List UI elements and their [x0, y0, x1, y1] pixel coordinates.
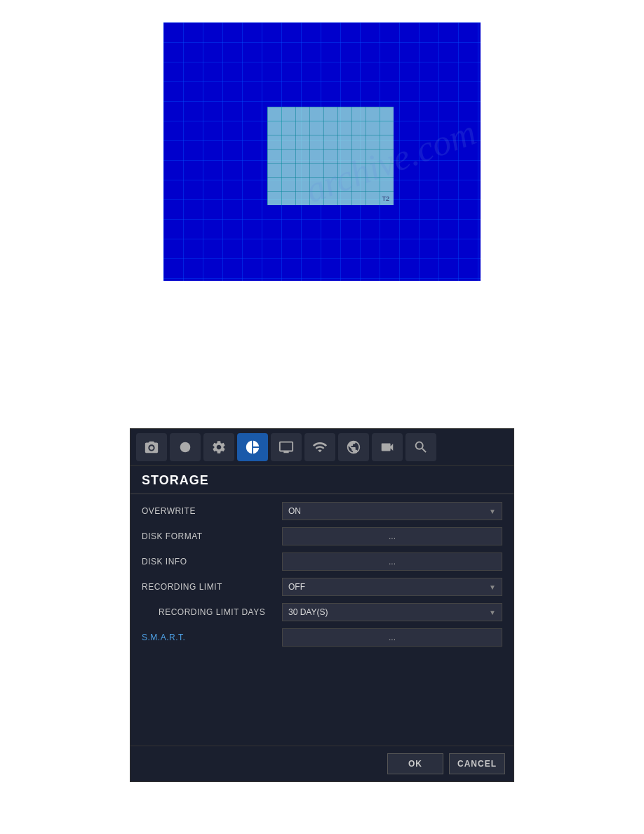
storage-dialog: STORAGE OVERWRITE ON ▼ DISK FORMAT ... D… [130, 428, 514, 782]
recording-limit-days-label: RECORDING LIMIT DAYS [142, 607, 282, 617]
inner-selection-rect: T2 [267, 107, 394, 205]
disk-info-value[interactable]: ... [282, 552, 502, 571]
recording-limit-arrow-icon: ▼ [489, 583, 496, 591]
tb-display-button[interactable] [271, 433, 302, 461]
tb-video-button[interactable] [372, 433, 403, 461]
inner-rect-grid [267, 107, 394, 205]
smart-value[interactable]: ... [282, 628, 502, 647]
settings-body: OVERWRITE ON ▼ DISK FORMAT ... DISK INFO… [130, 494, 514, 654]
recording-limit-days-value-text: 30 DAY(S) [288, 607, 328, 617]
svg-point-0 [180, 442, 191, 453]
tb-search-button[interactable] [405, 433, 436, 461]
tb-globe-button[interactable] [338, 433, 369, 461]
disk-info-label: DISK INFO [142, 557, 282, 567]
toolbar [130, 429, 514, 466]
recording-limit-days-arrow-icon: ▼ [489, 609, 496, 616]
overwrite-arrow-icon: ▼ [489, 508, 496, 515]
disk-info-value-text: ... [389, 557, 396, 567]
tb-camera-button[interactable] [136, 433, 167, 461]
recording-limit-row: RECORDING LIMIT OFF ▼ [142, 574, 502, 600]
overwrite-label: OVERWRITE [142, 506, 282, 516]
smart-label: S.M.A.R.T. [142, 633, 282, 642]
recording-limit-value[interactable]: OFF ▼ [282, 578, 502, 596]
rect-label: T2 [382, 195, 389, 202]
disk-format-label: DISK FORMAT [142, 531, 282, 541]
disk-format-value-text: ... [389, 531, 396, 541]
tb-settings-button[interactable] [203, 433, 234, 461]
recording-limit-days-value[interactable]: 30 DAY(S) ▼ [282, 603, 502, 621]
overwrite-value[interactable]: ON ▼ [282, 502, 502, 520]
tb-network-button[interactable] [304, 433, 335, 461]
settings-spacer [130, 654, 514, 746]
dialog-footer: OK CANCEL [130, 746, 514, 781]
overwrite-value-text: ON [288, 506, 301, 516]
disk-format-value[interactable]: ... [282, 527, 502, 545]
smart-row: S.M.A.R.T. ... [142, 625, 502, 650]
section-title: STORAGE [130, 466, 514, 494]
recording-limit-label: RECORDING LIMIT [142, 582, 282, 592]
tb-storage-button[interactable] [237, 433, 268, 461]
smart-value-text: ... [389, 633, 396, 642]
tb-record-button[interactable] [170, 433, 201, 461]
grid-canvas: T2 [163, 22, 481, 281]
ok-button[interactable]: OK [387, 753, 443, 774]
overwrite-row: OVERWRITE ON ▼ [142, 498, 502, 524]
recording-limit-value-text: OFF [288, 582, 305, 592]
disk-info-row: DISK INFO ... [142, 549, 502, 574]
disk-format-row: DISK FORMAT ... [142, 524, 502, 549]
recording-limit-days-row: RECORDING LIMIT DAYS 30 DAY(S) ▼ [142, 600, 502, 625]
cancel-button[interactable]: CANCEL [449, 753, 505, 774]
